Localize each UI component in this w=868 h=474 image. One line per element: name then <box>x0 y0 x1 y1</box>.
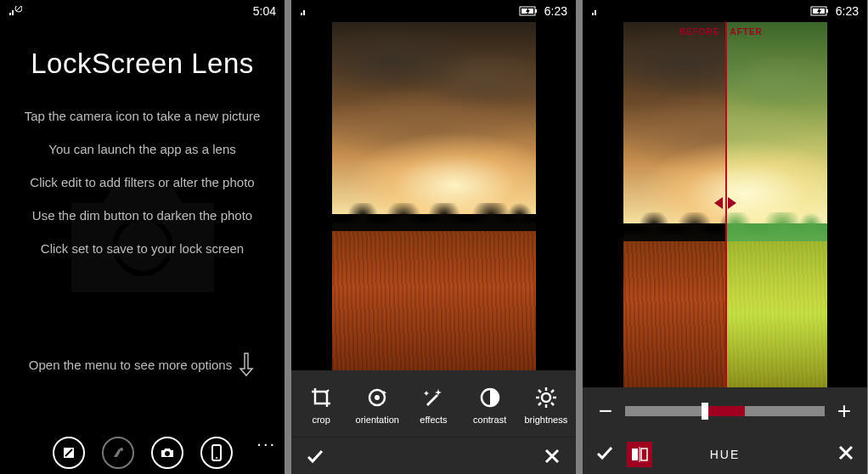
decrease-button[interactable]: − <box>596 399 615 423</box>
instruction-line: Use the dim button to darken the photo <box>8 208 276 223</box>
svg-point-6 <box>165 451 170 456</box>
tool-label: brightness <box>524 415 567 425</box>
dim-button[interactable] <box>102 437 134 469</box>
after-label: AFTER <box>725 27 827 37</box>
svg-line-1 <box>16 6 21 11</box>
svg-point-14 <box>375 395 380 400</box>
svg-line-24 <box>551 390 554 392</box>
status-bar: 5:04 <box>0 0 285 22</box>
slider-bar: − + <box>583 387 867 435</box>
instructions-list: Tap the camera icon to take a new pictur… <box>8 109 276 256</box>
cancel-button[interactable] <box>837 443 855 466</box>
instruction-line: Click edit to add filters or alter the p… <box>8 175 276 189</box>
brightness-button[interactable]: brightness <box>519 386 573 425</box>
tool-label: crop <box>312 415 330 425</box>
appbar: ··· <box>0 430 285 474</box>
svg-point-8 <box>216 457 217 459</box>
before-after-labels: BEFORE AFTER <box>623 27 827 37</box>
image-preview[interactable] <box>291 22 576 370</box>
svg-rect-29 <box>641 449 647 460</box>
confirm-bar <box>291 437 576 474</box>
status-bar: 6:23 <box>583 0 867 22</box>
orientation-button[interactable]: orientation <box>350 386 404 425</box>
tool-label: contrast <box>473 415 506 425</box>
svg-rect-28 <box>632 449 638 460</box>
instruction-line: You can launch the app as a lens <box>8 142 276 156</box>
signal-icon <box>300 6 313 16</box>
page-title: LockScreen Lens <box>8 48 276 80</box>
confirm-bar: HUE <box>583 435 867 474</box>
signal-icon <box>8 6 22 16</box>
edit-toolbar: crop orientation effects contrast bright… <box>291 370 576 437</box>
camera-button[interactable] <box>151 437 183 469</box>
signal-icon <box>591 6 605 16</box>
before-label: BEFORE <box>623 27 725 37</box>
menu-hint: Open the menu to see more options <box>0 350 285 379</box>
instruction-line: Click set to save to your lock screen <box>8 241 276 256</box>
accept-button[interactable] <box>595 443 615 466</box>
svg-line-21 <box>538 390 541 392</box>
home-content: LockScreen Lens Tap the camera icon to t… <box>0 22 285 430</box>
status-time: 6:23 <box>836 4 859 18</box>
mode-label: HUE <box>710 448 741 461</box>
screen-home: 5:04 LockScreen Lens Tap the camera icon… <box>0 0 285 474</box>
tool-label: effects <box>420 415 447 425</box>
contrast-button[interactable]: contrast <box>463 386 517 425</box>
arrow-down-icon <box>239 350 256 379</box>
svg-line-23 <box>538 403 541 405</box>
svg-rect-26 <box>826 9 828 13</box>
edit-button[interactable] <box>53 437 85 469</box>
menu-hint-text: Open the menu to see more options <box>29 358 232 372</box>
crop-button[interactable]: crop <box>294 386 348 425</box>
cancel-button[interactable] <box>540 444 564 468</box>
accept-button[interactable] <box>303 444 327 468</box>
instruction-line: Tap the camera icon to take a new pictur… <box>8 109 276 123</box>
svg-point-5 <box>120 448 123 451</box>
compare-handle[interactable] <box>714 197 736 209</box>
more-button[interactable]: ··· <box>256 434 276 454</box>
svg-line-12 <box>325 390 329 393</box>
image-compare[interactable]: BEFORE AFTER <box>583 22 867 387</box>
hue-slider[interactable] <box>625 406 825 416</box>
battery-icon <box>519 6 539 16</box>
status-time: 5:04 <box>253 4 276 18</box>
tool-label: orientation <box>356 415 399 425</box>
set-button[interactable] <box>200 437 233 469</box>
status-time: 6:23 <box>544 4 567 18</box>
photo-landscape <box>332 22 536 370</box>
photo-landscape: BEFORE AFTER <box>623 22 827 387</box>
screen-editor: 6:23 crop orientation effects contrast b <box>291 0 576 474</box>
battery-icon <box>810 6 831 16</box>
compare-toggle-button[interactable] <box>627 442 652 467</box>
slider-thumb[interactable] <box>702 403 708 420</box>
effects-button[interactable]: effects <box>406 386 460 425</box>
after-overlay <box>725 22 827 387</box>
svg-point-16 <box>542 393 550 402</box>
increase-button[interactable]: + <box>835 399 854 423</box>
status-bar: 6:23 <box>291 0 576 22</box>
svg-line-22 <box>551 403 554 405</box>
svg-rect-10 <box>535 9 537 13</box>
screen-hue-adjust: 6:23 BEFORE AFTER − + <box>583 0 867 474</box>
